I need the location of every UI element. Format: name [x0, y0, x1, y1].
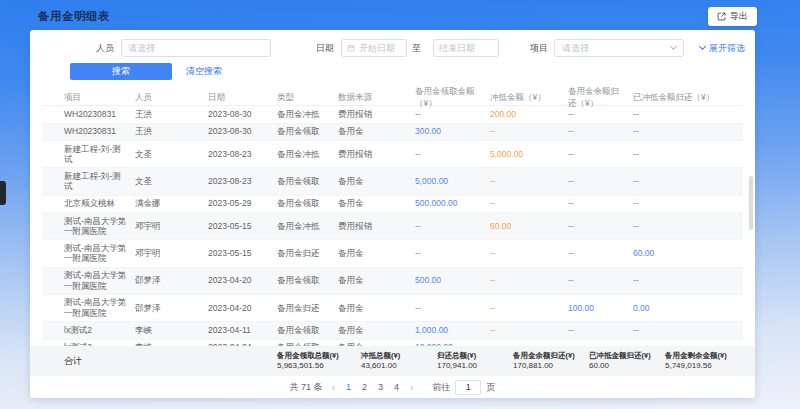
date-separator: 至 [412, 42, 421, 55]
page-number[interactable]: 2 [360, 382, 369, 392]
cell-type: 备用金冲抵 [277, 218, 338, 234]
cell-source: 备用金 [338, 322, 415, 338]
table-column-header: 日期 [208, 92, 277, 104]
cell-type: 备用金归还 [277, 246, 338, 262]
filter-panel: 人员 日期 开始日期 至 结束日期 项目 请选择 [30, 30, 755, 86]
table-column-header: 人员 [135, 92, 208, 104]
expand-filters-label: 展开筛选 [709, 42, 745, 55]
content-card: 人员 日期 开始日期 至 结束日期 项目 请选择 [30, 30, 755, 398]
page-number[interactable]: 4 [392, 382, 401, 392]
page-background: 备用金明细表 导出 人员 日期 开始日期 至 [0, 0, 800, 409]
date-end-input[interactable]: 结束日期 [433, 39, 499, 57]
pagination-bar: 共 71 条 ‹ 1234 › 前往 页 [30, 376, 755, 398]
table-row[interactable]: 测试-南昌大学第一附属医院 邓宇明 2023-05-15 备用金归还 备用金 -… [42, 240, 743, 267]
table-header-row: 项目人员日期类型数据来源备用金领取金额（¥）冲抵金额（¥）备用金余额归还（¥）已… [42, 86, 743, 106]
prev-page-button[interactable]: ‹ [330, 382, 337, 393]
next-page-button[interactable]: › [408, 382, 415, 393]
page-number[interactable]: 3 [376, 382, 385, 392]
side-drawer-handle[interactable] [0, 181, 6, 205]
clear-search-link[interactable]: 清空搜索 [186, 65, 222, 78]
table-row[interactable]: 北京顺义桃林 满金娜 2023-05-29 备用金领取 备用金 500,000.… [42, 196, 743, 214]
cell-type: 备用金领取 [277, 273, 338, 289]
expand-chevron-icon [699, 43, 706, 50]
table-row[interactable]: 新建工程-刘-测试 文圣 2023-08-23 备用金冲抵 费用报销 -- 5,… [42, 141, 743, 168]
cell-person: 邵梦泽 [135, 273, 208, 289]
cell-project: 测试-南昌大学第一附属医院 [64, 295, 135, 321]
cell-person: 满金娜 [135, 196, 208, 212]
page-numbers: 1234 [344, 382, 401, 392]
export-button[interactable]: 导出 [708, 7, 757, 26]
cell-source: 备用金 [338, 246, 415, 262]
cell-source: 备用金 [338, 300, 415, 316]
total-value: 170,881.00 [513, 361, 589, 371]
search-button[interactable]: 搜索 [70, 63, 172, 80]
cell-offset-amount: -- [490, 300, 568, 316]
table-row[interactable]: 测试-南昌大学第一附属医院 邵梦泽 2023-04-20 备用金归还 备用金 -… [42, 295, 743, 322]
cell-balance-return: 100.00 [568, 300, 633, 316]
cell-source: 费用报销 [338, 146, 415, 162]
total-value: 5,749,019.56 [665, 361, 741, 371]
cell-offset-return: -- [633, 218, 743, 234]
cell-project: 测试-南昌大学第一附属医院 [64, 268, 135, 294]
table-row[interactable]: 测试-南昌大学第一附属医院 邵梦泽 2023-04-20 备用金领取 备用金 5… [42, 268, 743, 295]
cell-offset-amount: 60.00 [490, 218, 568, 234]
cell-date: 2023-05-15 [208, 246, 277, 262]
cell-project: 测试-南昌大学第一附属医院 [64, 240, 135, 266]
data-table: 项目人员日期类型数据来源备用金领取金额（¥）冲抵金额（¥）备用金余额归还（¥）已… [42, 86, 743, 346]
vertical-scrollbar[interactable] [749, 176, 753, 230]
project-select[interactable]: 请选择 [554, 39, 684, 57]
table-row[interactable]: 新建工程-刘-测试 文圣 2023-08-23 备用金领取 备用金 5,000.… [42, 168, 743, 195]
cell-date: 2023-05-29 [208, 196, 277, 212]
cell-offset-amount: -- [490, 322, 568, 338]
totals-row: 合计 备用金领取总额(¥) 5,963,501.56 冲抵总额(¥) 43,60… [30, 346, 755, 376]
cell-source: 备用金 [338, 174, 415, 190]
cell-project: WH20230831 [64, 106, 135, 122]
date-start-input[interactable]: 开始日期 [341, 39, 407, 57]
cell-project: 新建工程-刘-测试 [64, 141, 135, 167]
chevron-down-icon [670, 43, 677, 50]
person-select[interactable] [121, 39, 271, 57]
cell-received-amount: 500.00 [415, 273, 490, 289]
cell-offset-amount: -- [490, 246, 568, 262]
total-block: 冲抵总额(¥) 43,601.00 [361, 351, 437, 371]
cell-date: 2023-04-20 [208, 300, 277, 316]
cell-source: 费用报销 [338, 218, 415, 234]
cell-project: 新建工程-刘-测试 [64, 168, 135, 194]
page-number[interactable]: 1 [344, 382, 353, 392]
expand-filters-link[interactable]: 展开筛选 [700, 42, 745, 55]
cell-person: 文圣 [135, 174, 208, 190]
table-column-header: 项目 [64, 92, 135, 104]
table-row[interactable]: 测试-南昌大学第一附属医院 邓宇明 2023-05-15 备用金冲抵 费用报销 … [42, 213, 743, 240]
cell-offset-amount: -- [490, 124, 568, 140]
cell-received-amount: -- [415, 300, 490, 316]
table-row[interactable]: lx测试2 李峡 2023-04-11 备用金领取 备用金 1,000.00 -… [42, 322, 743, 340]
total-label: 备用金余额归还(¥) [513, 351, 589, 361]
cell-project: lx测试2 [64, 322, 135, 338]
cell-received-amount: -- [415, 218, 490, 234]
goto-page-control: 前往 页 [432, 380, 495, 395]
project-filter-label: 项目 [524, 42, 548, 55]
cell-date: 2023-04-20 [208, 273, 277, 289]
cell-balance-return: -- [568, 246, 633, 262]
table-row[interactable]: WH20230831 王洪 2023-08-30 备用金冲抵 费用报销 -- 2… [42, 106, 743, 124]
table-column-header: 类型 [277, 92, 338, 104]
table-row[interactable]: WH20230831 王洪 2023-08-30 备用金领取 备用金 300.0… [42, 124, 743, 142]
goto-page-input[interactable] [455, 380, 481, 395]
cell-person: 邓宇明 [135, 218, 208, 234]
cell-balance-return: -- [568, 124, 633, 140]
cell-source: 备用金 [338, 196, 415, 212]
cell-offset-return: -- [633, 106, 743, 122]
total-value: 170,941.00 [437, 361, 513, 371]
cell-type: 备用金冲抵 [277, 106, 338, 122]
filter-row: 人员 日期 开始日期 至 结束日期 项目 请选择 [30, 38, 755, 58]
cell-project: WH20230831 [64, 124, 135, 140]
cell-offset-return: -- [633, 196, 743, 212]
total-label: 归还总额(¥) [437, 351, 513, 361]
cell-source: 费用报销 [338, 106, 415, 122]
cell-date: 2023-04-11 [208, 322, 277, 338]
person-select-input[interactable] [128, 40, 264, 56]
cell-offset-return: -- [633, 146, 743, 162]
cell-person: 邓宇明 [135, 246, 208, 262]
cell-balance-return: -- [568, 146, 633, 162]
cell-date: 2023-08-30 [208, 124, 277, 140]
